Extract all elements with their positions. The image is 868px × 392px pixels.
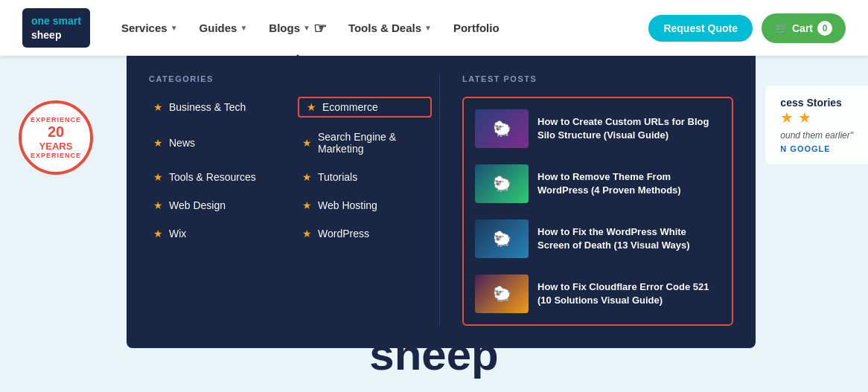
logo-line2: sheep [31, 28, 81, 42]
request-quote-button[interactable]: Request Quote [648, 15, 753, 42]
cat-wordpress[interactable]: ★ WordPress [298, 225, 432, 242]
nav-guides-label: Guides [200, 22, 237, 34]
main-nav: Services ▼ Guides ▼ Blogs ▼ ☞ Tools & De… [112, 13, 648, 43]
cart-count: 0 [817, 21, 832, 36]
star-icon: ★ [153, 101, 163, 113]
post-title-2: How to Remove Theme From WordPress (4 Pr… [537, 170, 721, 197]
post-item-3[interactable]: 🐑 How to Fix the WordPress White Screen … [470, 214, 726, 263]
cat-tools-resources[interactable]: ★ Tools & Resources [149, 168, 283, 186]
nav-blogs-label: Blogs [269, 22, 300, 34]
star-ratings: ★ ★ [780, 109, 853, 126]
star-icon: ★ [302, 199, 312, 211]
sheep-icon: 🐑 [493, 285, 511, 303]
chevron-down-icon: ▼ [170, 24, 178, 32]
post-thumbnail-1: 🐑 [475, 109, 529, 148]
experience-badge: EXPERIENCE 20 YEARS EXPERIENCE [19, 100, 93, 175]
cat-tutorials[interactable]: ★ Tutorials [298, 168, 432, 186]
cursor-icon: ☞ [313, 19, 327, 37]
cart-button[interactable]: 🛒 Cart 0 [762, 13, 846, 43]
chevron-down-icon: ▼ [303, 24, 310, 32]
years-label: YEARS [39, 141, 73, 152]
logo[interactable]: one smart sheep [22, 8, 90, 47]
star-icon: ★ [307, 101, 316, 113]
success-quote: ound them earlier" [780, 130, 853, 141]
sheep-icon: 🐑 [493, 120, 511, 138]
cat-label: Web Design [169, 199, 226, 211]
success-panel: cess Stories ★ ★ ound them earlier" N GO… [765, 86, 868, 164]
post-item-2[interactable]: 🐑 How to Remove Theme From WordPress (4 … [470, 159, 726, 208]
latest-posts-label: LATEST POSTS [462, 74, 733, 83]
nav-portfolio[interactable]: Portfolio [444, 16, 508, 40]
cat-label: WordPress [318, 228, 369, 240]
post-title-4: How to Fix Cloudflare Error Code 521 (10… [537, 280, 721, 307]
cat-ecommerce[interactable]: ★ Ecommerce [298, 97, 432, 118]
sheep-icon: 🐑 [493, 175, 511, 193]
nav-tools-label: Tools & Deals [348, 22, 421, 34]
post-title-3: How to Fix the WordPress White Screen of… [537, 225, 721, 252]
post-thumbnail-4: 🐑 [475, 274, 529, 313]
cat-web-design[interactable]: ★ Web Design [149, 196, 283, 214]
cat-label: Business & Tech [169, 101, 246, 113]
cat-label: Web Hosting [318, 199, 377, 211]
cat-label: Ecommerce [322, 101, 378, 113]
posts-wrapper: 🐑 How to Create Custom URLs for Blog Sil… [462, 97, 733, 326]
chevron-down-icon: ▼ [424, 24, 432, 32]
nav-tools[interactable]: Tools & Deals ▼ [339, 16, 441, 40]
cat-label: Tutorials [318, 171, 357, 183]
dropdown-latest-posts: LATEST POSTS 🐑 How to Create Custom URLs… [439, 74, 733, 326]
cat-web-hosting[interactable]: ★ Web Hosting [298, 196, 432, 214]
header: one smart sheep Services ▼ Guides ▼ Blog… [0, 0, 868, 56]
header-actions: Request Quote 🛒 Cart 0 [648, 13, 846, 43]
nav-portfolio-label: Portfolio [453, 22, 500, 34]
star-icon: ★ [302, 228, 312, 240]
star-icon: ★ [153, 228, 163, 240]
cat-wix[interactable]: ★ Wix [149, 225, 283, 242]
categories-grid: ★ Business & Tech ★ Ecommerce ★ News ★ S… [149, 97, 432, 242]
post-item-4[interactable]: 🐑 How to Fix Cloudflare Error Code 521 (… [470, 269, 726, 318]
cat-label: Search Engine & Marketing [318, 131, 427, 155]
years-number: 20 [48, 123, 64, 141]
star-icon: ★ [302, 171, 312, 183]
experience-top-text: EXPERIENCE [31, 116, 81, 123]
google-label: N GOOGLE [780, 144, 853, 153]
cart-icon: 🛒 [775, 22, 788, 34]
experience-bottom-text: EXPERIENCE [31, 152, 81, 159]
logo-box: one smart sheep [22, 8, 90, 47]
success-title: cess Stories [780, 97, 853, 109]
post-thumbnail-2: 🐑 [475, 164, 529, 203]
categories-label: CATEGORIES [149, 74, 432, 83]
star-icon: ★ [153, 171, 163, 183]
star-icon: ★ [153, 199, 163, 211]
cat-label: Tools & Resources [169, 171, 256, 183]
nav-services[interactable]: Services ▼ [112, 16, 187, 40]
cart-label: Cart [792, 22, 813, 34]
blogs-dropdown: CATEGORIES ★ Business & Tech ★ Ecommerce… [127, 56, 756, 348]
star-icon: ★ [153, 137, 163, 149]
post-item-1[interactable]: 🐑 How to Create Custom URLs for Blog Sil… [470, 104, 726, 153]
nav-blogs[interactable]: Blogs ▼ ☞ [260, 13, 336, 43]
nav-guides[interactable]: Guides ▼ [191, 16, 257, 40]
cat-label: Wix [169, 228, 186, 240]
cat-business-tech[interactable]: ★ Business & Tech [149, 97, 283, 118]
cat-news[interactable]: ★ News [149, 128, 283, 158]
dropdown-categories: CATEGORIES ★ Business & Tech ★ Ecommerce… [149, 74, 432, 326]
post-title-1: How to Create Custom URLs for Blog Silo … [537, 115, 721, 142]
star-icon: ★ [302, 137, 312, 149]
chevron-down-icon: ▼ [240, 24, 247, 32]
logo-line1: one smart [31, 14, 81, 28]
sheep-icon: 🐑 [493, 230, 511, 248]
post-thumbnail-3: 🐑 [475, 219, 529, 258]
cat-search-engine[interactable]: ★ Search Engine & Marketing [298, 128, 432, 158]
nav-services-label: Services [121, 22, 167, 34]
cat-label: News [169, 137, 195, 149]
